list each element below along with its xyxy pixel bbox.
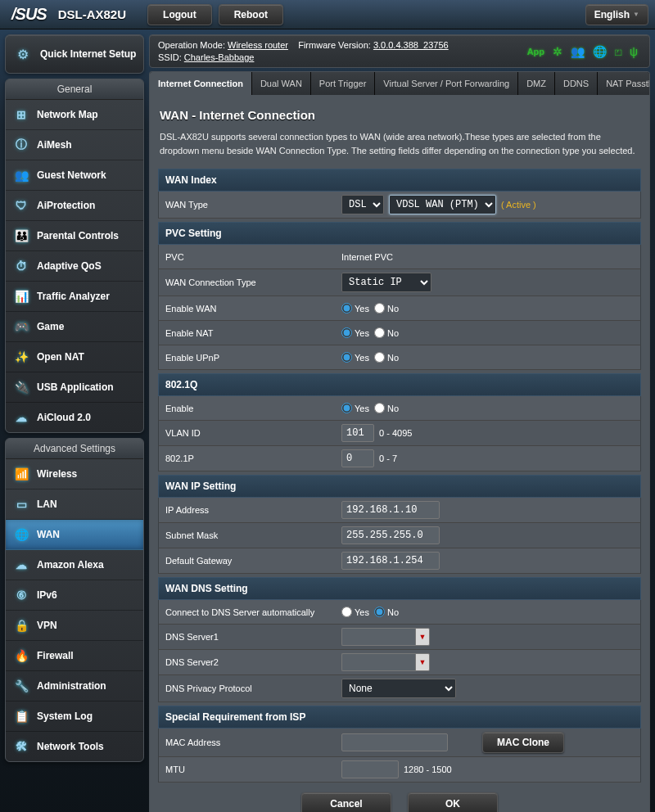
enable-wan-no[interactable] [374, 303, 385, 314]
section-wan-dns: WAN DNS Setting [158, 577, 641, 600]
tab-nat-passthrough[interactable]: NAT Passthrough [598, 72, 650, 95]
panel: WAN - Internet Connection DSL-AX82U supp… [149, 95, 650, 812]
sidebar-item-lan[interactable]: ▭LAN [6, 489, 143, 520]
app-link[interactable]: App [527, 47, 544, 56]
globe-icon[interactable]: 🌐 [593, 45, 607, 58]
sidebar-item-wireless[interactable]: 📶Wireless [6, 459, 143, 489]
menu-label: Firewall [37, 650, 74, 661]
dns-priv-select[interactable]: None [341, 679, 456, 698]
sidebar-item-aicloud-2-0[interactable]: ☁AiCloud 2.0 [6, 403, 143, 432]
sidebar-item-vpn[interactable]: 🔒VPN [6, 611, 143, 641]
sidebar-item-traffic-analyzer[interactable]: 📊Traffic Analyzer [6, 282, 143, 312]
cancel-button[interactable]: Cancel [301, 792, 391, 812]
q-enable-no[interactable] [374, 403, 385, 413]
row-vlan-id: VLAN ID0 - 4095 [158, 421, 641, 446]
row-dns1: DNS Server1▼ [158, 625, 641, 650]
row-mtu: MTU1280 - 1500 [158, 757, 641, 783]
sidebar: ⚙ Quick Internet Setup General ⊞Network … [5, 34, 144, 812]
enable-upnp-no[interactable] [374, 352, 385, 363]
info-bar: Operation Mode: Wireless router Firmware… [149, 34, 650, 68]
mask-input[interactable] [341, 526, 440, 544]
pvc-value: Internet PVC [335, 249, 640, 265]
mac-input[interactable] [341, 733, 448, 751]
dns2-input[interactable] [341, 653, 415, 671]
sidebar-item-system-log[interactable]: 📋System Log [6, 701, 143, 732]
tab-dual-wan[interactable]: Dual WAN [252, 72, 311, 95]
usb-icon[interactable]: ψ [630, 45, 638, 58]
sidebar-item-ipv6[interactable]: ⑥IPv6 [6, 580, 143, 611]
menu-label: USB Application [37, 381, 114, 393]
vlan-id-input[interactable] [341, 424, 374, 442]
dns2-dropdown-button[interactable]: ▼ [415, 653, 430, 671]
users-icon[interactable]: 👥 [571, 45, 585, 58]
model-label: DSL-AX82U [58, 7, 126, 21]
sidebar-item-network-map[interactable]: ⊞Network Map [6, 100, 143, 130]
top-bar: /SUS DSL-AX82U Logout Reboot English ▼ [0, 0, 655, 29]
sidebar-item-parental-controls[interactable]: 👪Parental Controls [6, 221, 143, 251]
enable-wan-yes[interactable] [341, 303, 352, 314]
mac-clone-button[interactable]: MAC Clone [482, 732, 564, 753]
sidebar-item-game[interactable]: 🎮Game [6, 312, 143, 342]
menu-label: Amazon Alexa [37, 559, 104, 571]
sidebar-item-wan[interactable]: 🌐WAN [6, 520, 143, 550]
enable-nat-yes[interactable] [341, 327, 352, 338]
dns1-input[interactable] [341, 628, 415, 646]
tab-virtual-server-port-forwarding[interactable]: Virtual Server / Port Forwarding [375, 72, 518, 95]
8021p-input[interactable] [341, 449, 374, 467]
sidebar-item-open-nat[interactable]: ✨Open NAT [6, 342, 143, 372]
menu-icon: 🌐 [12, 526, 30, 544]
row-dns-priv: DNS Privacy ProtocolNone [158, 675, 641, 702]
tab-dmz[interactable]: DMZ [518, 72, 555, 95]
menu-icon: ☁ [12, 408, 30, 426]
mtu-input[interactable] [341, 760, 399, 778]
active-label: ( Active ) [501, 200, 536, 210]
sidebar-item-usb-application[interactable]: 🔌USB Application [6, 372, 143, 403]
sidebar-item-aiprotection[interactable]: 🛡AiProtection [6, 191, 143, 221]
section-8021q: 802.1Q [158, 373, 641, 396]
gear-status-icon[interactable]: ✲ [553, 45, 562, 58]
sidebar-item-administration[interactable]: 🔧Administration [6, 671, 143, 701]
section-wan-ip: WAN IP Setting [158, 475, 641, 498]
page-title: WAN - Internet Connection [158, 103, 641, 130]
wan-type-select-1[interactable]: DSL [341, 195, 384, 214]
sidebar-item-guest-network[interactable]: 👥Guest Network [6, 160, 143, 191]
wan-status-icon[interactable]: ⏍ [615, 45, 621, 58]
row-enable-nat: Enable NATYesNo [158, 321, 641, 345]
wan-type-select-2[interactable]: VDSL WAN (PTM) [389, 195, 496, 214]
auto-dns-yes[interactable] [341, 607, 352, 617]
menu-label: Administration [37, 680, 106, 692]
reboot-button[interactable]: Reboot [219, 4, 283, 25]
quick-internet-setup[interactable]: ⚙ Quick Internet Setup [5, 34, 144, 74]
menu-icon: ⊞ [12, 106, 30, 124]
language-selector[interactable]: English ▼ [585, 4, 648, 25]
menu-icon: 📊 [12, 287, 30, 305]
sidebar-item-amazon-alexa[interactable]: ☁Amazon Alexa [6, 550, 143, 580]
tab-ddns[interactable]: DDNS [555, 72, 598, 95]
row-8021p: 802.1P0 - 7 [158, 446, 641, 471]
logout-button[interactable]: Logout [147, 4, 212, 25]
conn-type-select[interactable]: Static IP [341, 273, 431, 292]
op-mode-link[interactable]: Wireless router [228, 40, 288, 50]
dns1-dropdown-button[interactable]: ▼ [415, 628, 430, 646]
q-enable-yes[interactable] [341, 403, 352, 413]
enable-nat-no[interactable] [374, 327, 385, 338]
gateway-input[interactable] [341, 552, 440, 570]
menu-icon: 👥 [12, 166, 30, 184]
menu-icon: 📋 [12, 707, 30, 725]
enable-upnp-yes[interactable] [341, 352, 352, 363]
row-pvc: PVCInternet PVC [158, 245, 641, 269]
ok-button[interactable]: OK [408, 792, 498, 812]
menu-label: VPN [37, 620, 57, 631]
auto-dns-no[interactable] [374, 607, 385, 617]
tab-internet-connection[interactable]: Internet Connection [150, 72, 252, 95]
sidebar-item-adaptive-qos[interactable]: ⏱Adaptive QoS [6, 251, 143, 282]
section-header-advanced: Advanced Settings [6, 439, 143, 459]
sidebar-item-firewall[interactable]: 🔥Firewall [6, 641, 143, 671]
sidebar-item-aimesh[interactable]: ⓘAiMesh [6, 130, 143, 160]
tab-port-trigger[interactable]: Port Trigger [311, 72, 375, 95]
menu-icon: 📶 [12, 465, 30, 483]
ip-input[interactable] [341, 501, 440, 519]
fw-link[interactable]: 3.0.0.4.388_23756 [373, 40, 449, 50]
ssid-link[interactable]: Charles-Babbage [184, 52, 255, 62]
sidebar-item-network-tools[interactable]: 🛠Network Tools [6, 732, 143, 761]
